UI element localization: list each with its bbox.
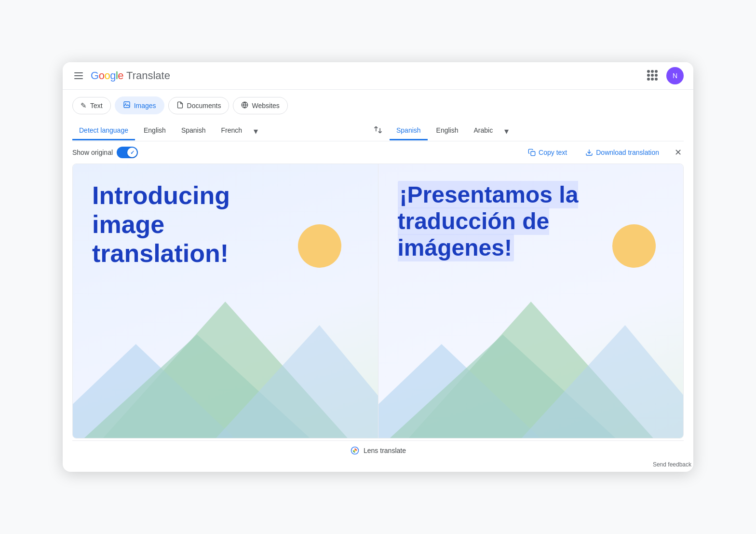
translated-panel-bg: ¡Presentamos la traducción de imágenes! <box>378 164 684 438</box>
app-header: Google Translate N <box>63 62 693 90</box>
image-panels: Introducing image translation! <box>72 164 684 438</box>
text-icon: ✎ <box>81 101 87 110</box>
swap-languages-button[interactable] <box>366 121 390 141</box>
documents-icon <box>176 101 184 110</box>
header-right: N <box>647 67 684 84</box>
target-lang-english[interactable]: English <box>430 122 465 140</box>
target-lang-spanish[interactable]: Spanish <box>390 122 428 140</box>
mode-tabs: ✎ Text Images Documents Websites <box>63 90 693 119</box>
original-panel: Introducing image translation! <box>73 164 378 438</box>
source-lang-detect[interactable]: Detect language <box>72 122 135 140</box>
tab-websites-label: Websites <box>252 102 279 110</box>
tab-images[interactable]: Images <box>115 96 164 114</box>
tab-documents[interactable]: Documents <box>168 97 230 114</box>
tab-images-label: Images <box>134 102 156 110</box>
lens-icon <box>350 446 360 455</box>
tab-text[interactable]: ✎ Text <box>72 97 111 114</box>
sun-decoration-right <box>612 224 656 268</box>
header-left: Google Translate <box>72 69 170 82</box>
download-translation-button[interactable]: Download translation <box>580 146 664 159</box>
lens-translate-button[interactable]: Lens translate <box>350 446 406 455</box>
mountains-decoration-right <box>378 288 684 438</box>
logo-translate-text: Translate <box>126 69 170 82</box>
avatar[interactable]: N <box>666 67 684 84</box>
close-button[interactable]: ✕ <box>673 145 684 160</box>
tab-documents-label: Documents <box>187 102 221 110</box>
images-icon <box>123 101 131 110</box>
copy-text-button[interactable]: Copy text <box>523 146 572 159</box>
original-headline: Introducing image translation! <box>92 181 290 268</box>
download-label: Download translation <box>596 149 659 156</box>
toggle-check-icon: ✓ <box>130 150 135 156</box>
svg-point-15 <box>354 450 355 451</box>
send-feedback[interactable]: Send feedback <box>63 459 693 472</box>
source-lang-french[interactable]: French <box>214 122 249 140</box>
toolbar-right: Copy text Download translation ✕ <box>523 145 684 160</box>
logo[interactable]: Google Translate <box>91 69 170 82</box>
tab-text-label: Text <box>90 102 103 110</box>
source-lang-bar: Detect language English Spanish French ▾ <box>72 122 366 140</box>
original-panel-bg: Introducing image translation! <box>73 164 378 438</box>
websites-icon <box>241 101 248 110</box>
sun-decoration-left <box>298 224 341 268</box>
google-apps-icon[interactable] <box>647 70 659 82</box>
show-original-toggle[interactable]: ✓ <box>117 147 138 158</box>
mountains-decoration-left <box>73 288 378 438</box>
image-toolbar: Show original ✓ Copy text Download trans… <box>72 141 684 164</box>
source-lang-more[interactable]: ▾ <box>251 122 261 140</box>
translated-panel: ¡Presentamos la traducción de imágenes! <box>378 164 684 438</box>
logo-google-text: Google <box>91 69 123 82</box>
download-icon <box>585 149 593 156</box>
tab-websites[interactable]: Websites <box>233 97 287 114</box>
menu-icon[interactable] <box>72 70 85 81</box>
language-bars: Detect language English Spanish French ▾… <box>72 119 684 141</box>
translator-container: Detect language English Spanish French ▾… <box>63 119 693 459</box>
source-lang-english[interactable]: English <box>137 122 173 140</box>
target-lang-bar: Spanish English Arabic ▾ <box>390 122 684 140</box>
target-lang-arabic[interactable]: Arabic <box>467 122 500 140</box>
show-original-label: Show original <box>72 149 113 156</box>
svg-rect-4 <box>531 151 535 156</box>
svg-point-1 <box>125 103 126 104</box>
copy-text-label: Copy text <box>539 149 567 156</box>
toggle-knob: ✓ <box>127 148 137 157</box>
bottom-bar: Lens translate <box>72 440 684 459</box>
lens-label: Lens translate <box>364 447 406 454</box>
show-original-control[interactable]: Show original ✓ <box>72 147 138 158</box>
copy-icon <box>528 149 536 156</box>
target-lang-more[interactable]: ▾ <box>501 122 512 140</box>
source-lang-spanish[interactable]: Spanish <box>175 122 213 140</box>
translated-headline: ¡Presentamos la traducción de imágenes! <box>398 181 617 261</box>
